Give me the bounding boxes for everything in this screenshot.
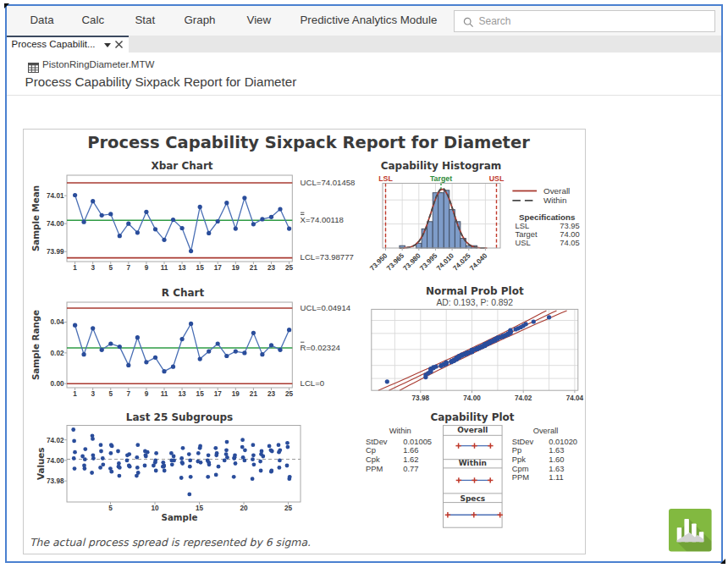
svg-text:7: 7 xyxy=(126,389,130,397)
menu-view[interactable]: View xyxy=(247,6,272,36)
svg-text:0.01020: 0.01020 xyxy=(549,436,577,445)
within-stats-header: Within xyxy=(389,426,411,435)
rchart-center-label: R=0.02324 xyxy=(300,342,340,351)
chevron-down-icon[interactable] xyxy=(104,43,111,47)
close-icon[interactable] xyxy=(114,40,124,49)
svg-text:Ppk: Ppk xyxy=(511,454,525,463)
tab-label: Process Capabilit... xyxy=(12,37,96,52)
legend-overall: Overall xyxy=(543,185,570,195)
xbar-ucl-label: UCL=74.01458 xyxy=(300,177,355,186)
xbar-title: Xbar Chart xyxy=(151,160,212,172)
worksheet-name: PistonRingDiameter.MTW xyxy=(42,59,154,69)
svg-text:23: 23 xyxy=(267,389,275,397)
svg-text:19: 19 xyxy=(231,389,240,397)
probplot-title: Normal Prob Plot xyxy=(425,285,523,297)
sixpack-figure: Process Capability Sixpack Report for Di… xyxy=(23,129,586,554)
sixpack-graph-panel[interactable]: Process Capability Sixpack Report for Di… xyxy=(23,129,586,554)
svg-text:73.99: 73.99 xyxy=(47,248,64,256)
capplot-within-label: Within xyxy=(458,458,486,466)
svg-text:1: 1 xyxy=(73,263,77,271)
svg-text:74.010: 74.010 xyxy=(434,251,455,272)
app-window: Search DataCalcStatGraphViewPredictive A… xyxy=(5,4,723,563)
menu-predictive-analytics-module[interactable]: Predictive Analytics Module xyxy=(301,6,438,36)
svg-text:23: 23 xyxy=(267,263,275,271)
svg-text:5: 5 xyxy=(108,263,113,271)
target-label: Target xyxy=(429,174,451,183)
svg-text:74.00: 74.00 xyxy=(47,220,64,228)
last25-title: Last 25 Subgroups xyxy=(125,411,232,422)
svg-text:1.63: 1.63 xyxy=(549,445,564,455)
svg-text:Target: Target xyxy=(515,229,537,238)
svg-text:15: 15 xyxy=(196,263,204,271)
overall-stats-header: Overall xyxy=(532,426,558,435)
svg-text:73.98: 73.98 xyxy=(411,394,429,401)
minitab-logo xyxy=(669,509,712,552)
within-stats: WithinStDev0.01005Cp1.66Cpk1.62PPM0.77 xyxy=(366,426,432,472)
rchart-ylabel: Sample Range xyxy=(30,309,41,379)
svg-text:73.950: 73.950 xyxy=(368,251,389,272)
menu-bar: Search DataCalcStatGraphViewPredictive A… xyxy=(7,6,721,36)
last25-xlabel: Sample xyxy=(161,511,197,521)
rchart-lcl-label: LCL=0 xyxy=(300,378,324,387)
svg-text:Cp: Cp xyxy=(366,445,376,455)
svg-text:73.95: 73.95 xyxy=(560,220,579,229)
svg-text:74.04: 74.04 xyxy=(565,394,583,401)
xbar-chart: Xbar ChartSample Mean73.9974.0074.011357… xyxy=(30,160,355,272)
svg-text:0.04: 0.04 xyxy=(50,318,63,326)
svg-text:9: 9 xyxy=(144,263,148,271)
svg-text:73.980: 73.980 xyxy=(401,251,422,272)
svg-text:25: 25 xyxy=(285,389,294,397)
menu-stat[interactable]: Stat xyxy=(135,6,156,36)
svg-text:13: 13 xyxy=(178,389,186,397)
svg-text:74.01: 74.01 xyxy=(47,192,64,200)
rchart-ucl-label: UCL=0.04914 xyxy=(300,302,350,312)
svg-text:13: 13 xyxy=(178,263,186,271)
usl-label: USL xyxy=(488,174,504,183)
tab-bar: Process Capabilit... xyxy=(7,36,721,52)
svg-text:5: 5 xyxy=(108,504,113,511)
xbar-lcl-label: LCL=73.98777 xyxy=(300,252,353,262)
svg-text:1.63: 1.63 xyxy=(549,463,564,472)
svg-text:10: 10 xyxy=(151,504,159,511)
overall-stats: OverallStDev0.01020Pp1.63Ppk1.60Cpm1.63P… xyxy=(511,426,576,482)
page-title: Process Capability Sixpack Report for Di… xyxy=(25,74,297,89)
probplot-chart: Normal Prob PlotAD: 0.193, P: 0.89273.98… xyxy=(371,285,583,402)
svg-text:19: 19 xyxy=(231,263,240,271)
svg-text:11: 11 xyxy=(160,263,168,271)
resize-corner-bottom-right xyxy=(720,559,725,564)
svg-text:LSL: LSL xyxy=(515,220,529,229)
resize-corner-top-left xyxy=(4,3,9,8)
svg-text:74.00: 74.00 xyxy=(560,229,579,238)
rchart-chart: R ChartSample Range0.000.020.04135791113… xyxy=(30,286,351,397)
capplot-title: Capability Plot xyxy=(430,411,514,422)
capplot-overall-label: Overall xyxy=(457,426,488,434)
svg-text:PPM: PPM xyxy=(366,463,383,472)
svg-text:3: 3 xyxy=(91,389,95,397)
search-icon xyxy=(463,16,474,27)
svg-text:PPM: PPM xyxy=(511,472,529,482)
svg-text:74.00: 74.00 xyxy=(47,456,64,464)
svg-text:0.77: 0.77 xyxy=(403,463,418,472)
menu-calc[interactable]: Calc xyxy=(82,6,105,36)
search-input[interactable]: Search xyxy=(454,10,715,32)
svg-text:11: 11 xyxy=(160,389,168,397)
svg-text:StDev: StDev xyxy=(511,436,533,445)
menu-data[interactable]: Data xyxy=(30,6,54,36)
tab-process-capability[interactable]: Process Capabilit... xyxy=(7,36,129,52)
svg-text:1.60: 1.60 xyxy=(549,454,564,463)
xbar-ylabel: Sample Mean xyxy=(30,185,41,251)
capplot-chart: Capability PlotOverallWithinSpecs xyxy=(430,411,514,527)
svg-text:USL: USL xyxy=(515,238,530,247)
figure-footnote: The actual process spread is represented… xyxy=(30,535,311,548)
histogram-chart: Capability HistogramLSLTargetUSL73.95073… xyxy=(368,160,579,273)
search-placeholder: Search xyxy=(479,11,511,31)
svg-text:74.02: 74.02 xyxy=(47,436,64,444)
svg-text:74.040: 74.040 xyxy=(468,251,488,272)
menu-graph[interactable]: Graph xyxy=(185,6,216,36)
capplot-specs-label: Specs xyxy=(460,494,485,502)
lsl-label: LSL xyxy=(378,174,393,183)
svg-text:0.00: 0.00 xyxy=(50,380,63,388)
probplot-subtitle: AD: 0.193, P: 0.892 xyxy=(436,297,513,306)
svg-text:3: 3 xyxy=(91,263,95,271)
svg-text:1: 1 xyxy=(73,389,77,397)
